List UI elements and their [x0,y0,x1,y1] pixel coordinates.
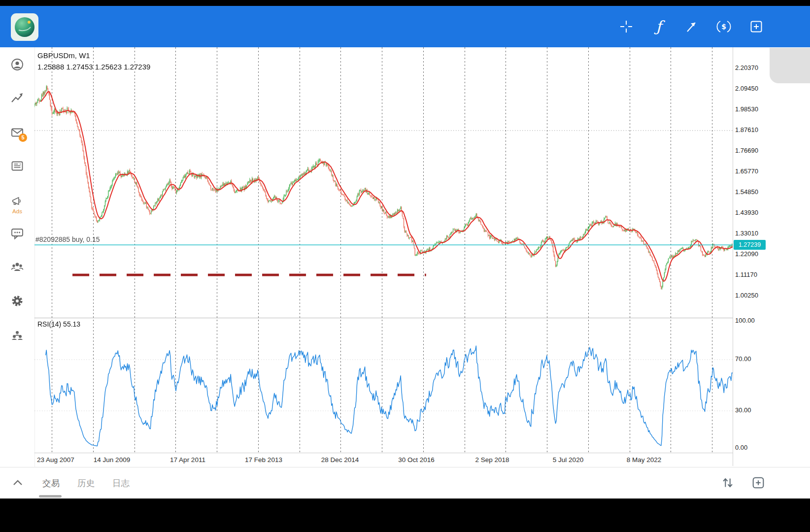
tab-trade[interactable]: 交易 [42,477,60,489]
collapse-panel-button[interactable] [10,475,26,491]
date-axis-label: 5 Jul 2020 [553,456,583,464]
current-price-tag: 1.27239 [734,240,766,250]
price-axis-label: 1.43930 [735,209,758,216]
symbol-title: GBPUSDm, W1 [37,51,90,60]
date-axis-label: 17 Feb 2013 [245,456,282,464]
date-axis[interactable]: 23 Aug 2007 14 Jun 2009 17 Apr 2011 17 F… [0,454,810,467]
price-axis-label: 1.00250 [735,292,758,299]
bottom-tabs: 交易 历史 日志 [42,467,130,499]
people-icon [10,260,24,274]
date-axis-label: 28 Dec 2014 [321,456,359,464]
date-axis-label: 2 Sep 2018 [475,456,509,464]
new-chart-button[interactable] [745,16,767,37]
position-label[interactable]: #82092885 buy, 0.15 [35,235,100,243]
price-axis-label: 1.54850 [735,188,758,196]
sidebar-item-traders[interactable] [0,327,34,344]
price-axis-label: 1.22090 [735,250,758,258]
crosshair-icon [620,20,633,33]
price-axis-label: 1.98530 [735,105,758,113]
bottom-toolbar: 交易 历史 日志 [0,467,810,499]
indicators-button[interactable]: ƒ [648,16,670,37]
sidebar-item-mailbox[interactable]: 5 [0,124,34,141]
sidebar-item-news[interactable] [0,157,34,175]
sidebar-item-ads[interactable]: Ads [0,191,34,218]
active-tab-indicator [39,495,62,498]
sidebar-item-settings[interactable] [0,292,34,310]
top-toolbar: ƒ $ [0,6,810,47]
date-axis-label: 14 Jun 2009 [94,456,130,464]
rsi-axis-label: 100.00 [735,317,755,324]
bottom-bezel [0,499,810,532]
rsi-axis-label: 70.00 [735,355,751,363]
price-axis-label: 1.11170 [735,271,757,278]
chevron-up-icon [10,475,25,490]
price-axis-separator [733,47,733,466]
sort-orders-button[interactable] [719,475,736,492]
objects-button[interactable] [680,16,702,37]
bottom-right-actions [719,475,767,492]
left-sidebar: 5 Ads [0,47,35,499]
price-axis-label: 1.65770 [735,167,758,175]
ads-label: Ads [12,208,22,214]
toolbar-icon-group: ƒ $ [615,16,767,37]
metatrader-logo-icon [11,13,38,41]
svg-text:$: $ [721,23,726,31]
crosshair-button[interactable] [615,16,637,37]
trade-dollar-icon: $ [716,19,731,34]
rsi-axis-label: 30.00 [735,406,751,414]
objects-icon [685,20,698,33]
date-axis-label: 8 May 2022 [627,456,662,464]
date-axis-label: 30 Oct 2016 [398,456,435,464]
top-bezel [0,0,810,6]
mail-badge: 5 [19,133,27,142]
price-axis-label: 2.20370 [735,64,758,71]
corner-widget [770,48,810,83]
trending-up-icon [10,91,24,105]
gear-icon [10,294,24,308]
rsi-axis-label: 0.00 [735,444,747,451]
price-axis-label: 2.09450 [735,85,758,92]
tab-history[interactable]: 历史 [77,477,95,489]
arrows-up-down-icon [720,475,735,490]
price-axis-label: 1.87610 [735,126,758,133]
chat-bubble-icon [10,227,24,240]
new-order-button[interactable] [750,475,767,492]
app-logo[interactable] [11,13,38,41]
price-axis-label: 1.33010 [735,230,758,237]
date-axis-label: 23 Aug 2007 [37,456,74,464]
plus-square-icon [749,20,763,33]
app-screen: ƒ $ [0,0,810,532]
sidebar-item-community[interactable] [0,258,34,276]
rsi-indicator-label: RSI(14) 55.13 [37,320,80,328]
price-axis-label: 1.76690 [735,147,758,154]
group-icon [10,329,24,342]
sidebar-item-chat[interactable] [0,225,34,242]
add-square-icon [751,475,766,490]
ads-megaphone-icon [11,195,24,208]
news-icon [10,159,24,173]
functions-icon: ƒ [656,19,661,34]
candlestick-chart-canvas[interactable] [34,47,733,453]
profile-icon [10,58,24,71]
sidebar-item-profile[interactable] [0,56,34,73]
ohlc-values: 1.25888 1.27453 1.25623 1.27239 [37,63,150,71]
tab-journal[interactable]: 日志 [112,477,130,489]
sidebar-item-charts[interactable] [0,89,34,107]
trade-button[interactable]: $ [713,16,735,37]
date-axis-label: 17 Apr 2011 [170,456,205,464]
